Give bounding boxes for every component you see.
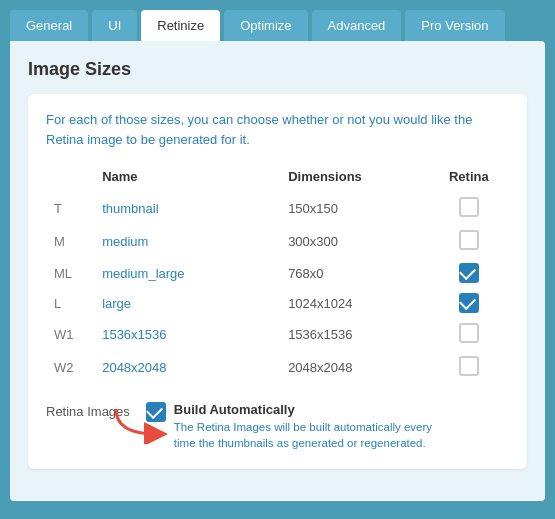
nav-tab-pro-version[interactable]: Pro Version: [405, 10, 504, 41]
cell-code: W2: [46, 351, 94, 384]
retina-images-label: Retina Images: [46, 402, 130, 419]
checkbox-wrap: [459, 197, 479, 217]
build-auto-text-block: Build Automatically The Retina Images wi…: [174, 402, 444, 451]
nav-tab-ui[interactable]: UI: [92, 10, 137, 41]
cell-name: thumbnail: [94, 192, 268, 225]
cell-dimensions: 768x0: [268, 258, 429, 288]
cell-dimensions: 150x150: [268, 192, 429, 225]
cell-code: ML: [46, 258, 94, 288]
retina-checkbox[interactable]: [459, 356, 479, 376]
cell-name: large: [94, 288, 268, 318]
bottom-check-area: Build Automatically The Retina Images wi…: [146, 402, 444, 451]
sizes-table: Name Dimensions Retina Tthumbnail150x150…: [46, 165, 509, 384]
table-row: MLmedium_large768x0: [46, 258, 509, 288]
cell-retina: [429, 258, 509, 288]
table-row: W22048x20482048x2048: [46, 351, 509, 384]
cell-name: medium: [94, 225, 268, 258]
cell-code: T: [46, 192, 94, 225]
cell-dimensions: 2048x2048: [268, 351, 429, 384]
checkbox-wrap: [459, 263, 479, 283]
image-sizes-card: For each of those sizes, you can choose …: [28, 94, 527, 469]
col-header-name: Name: [94, 165, 268, 192]
retina-checkbox[interactable]: [459, 230, 479, 250]
cell-dimensions: 300x300: [268, 225, 429, 258]
section-title: Image Sizes: [28, 59, 527, 80]
checkbox-wrap: [459, 230, 479, 250]
card-description: For each of those sizes, you can choose …: [46, 110, 509, 149]
cell-retina: [429, 318, 509, 351]
checkbox-wrap: [459, 323, 479, 343]
table-row: Tthumbnail150x150: [46, 192, 509, 225]
table-row: Mmedium300x300: [46, 225, 509, 258]
nav-tab-retinize[interactable]: Retinize: [141, 10, 220, 41]
checkbox-wrap: [459, 293, 479, 313]
col-header-dimensions: Dimensions: [268, 165, 429, 192]
cell-code: M: [46, 225, 94, 258]
nav-tab-general[interactable]: General: [10, 10, 88, 41]
main-content: Image Sizes For each of those sizes, you…: [10, 41, 545, 501]
nav-tab-advanced[interactable]: Advanced: [312, 10, 402, 41]
cell-retina: [429, 351, 509, 384]
nav-tabs: GeneralUIRetinizeOptimizeAdvancedPro Ver…: [0, 0, 555, 41]
retina-checkbox[interactable]: [459, 197, 479, 217]
build-auto-title: Build Automatically: [174, 402, 444, 417]
cell-retina: [429, 192, 509, 225]
cell-code: W1: [46, 318, 94, 351]
cell-retina: [429, 288, 509, 318]
build-auto-checkbox-wrap: [146, 402, 166, 422]
retina-checkbox[interactable]: [459, 293, 479, 313]
col-header-code: [46, 165, 94, 192]
retina-checkbox[interactable]: [459, 263, 479, 283]
cell-name: 1536x1536: [94, 318, 268, 351]
cell-code: L: [46, 288, 94, 318]
cell-dimensions: 1024x1024: [268, 288, 429, 318]
build-automatically-checkbox[interactable]: [146, 402, 166, 422]
cell-name: 2048x2048: [94, 351, 268, 384]
cell-dimensions: 1536x1536: [268, 318, 429, 351]
retina-checkbox[interactable]: [459, 323, 479, 343]
cell-name: medium_large: [94, 258, 268, 288]
cell-retina: [429, 225, 509, 258]
table-row: Llarge1024x1024: [46, 288, 509, 318]
bottom-row: Retina Images Build Automatically The Re…: [46, 398, 509, 451]
table-row: W11536x15361536x1536: [46, 318, 509, 351]
checkbox-wrap: [459, 356, 479, 376]
build-auto-description: The Retina Images will be built automati…: [174, 419, 444, 451]
col-header-retina: Retina: [429, 165, 509, 192]
nav-tab-optimize[interactable]: Optimize: [224, 10, 307, 41]
desc-text: For each of those sizes, you can choose: [46, 112, 282, 127]
